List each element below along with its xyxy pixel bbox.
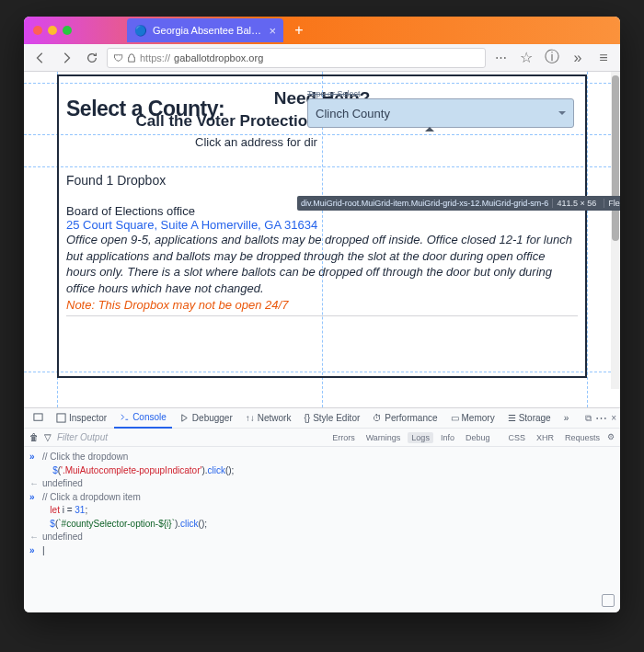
close-window-button[interactable] [33, 26, 42, 35]
tab-console[interactable]: Console [114, 408, 172, 429]
console-filters: Errors Warnings Logs Info Debug CSS XHR … [328, 432, 615, 443]
filter-css[interactable]: CSS [504, 432, 529, 443]
console-output[interactable]: »// Click the dropdown $('.MuiAutocomple… [24, 447, 620, 561]
menu-icon[interactable]: ≡ [592, 47, 615, 69]
tooltip-flex: Flex Item [604, 199, 620, 208]
svg-rect-1 [57, 414, 65, 422]
devtools-panel: Inspector Console Debugger ↑↓ Network {}… [24, 407, 620, 612]
county-selector[interactable]: Type or Select Clinch County [307, 89, 574, 128]
filter-logs[interactable]: Logs [408, 432, 433, 443]
minimize-window-button[interactable] [48, 26, 57, 35]
maximize-window-button[interactable] [63, 26, 72, 35]
tooltip-selector: div.MuiGrid-root.MuiGrid-item.MuiGrid-gr… [301, 199, 548, 208]
devtools-picker-icon[interactable] [28, 408, 49, 429]
browser-window: 🔵 Georgia Absentee Ballot Dropb × + 🛡 ht… [24, 17, 620, 612]
trash-icon[interactable]: 🗑 [29, 432, 39, 442]
scrollbar-thumb[interactable] [612, 75, 619, 241]
url-bar[interactable]: 🛡 https://gaballotdropbox.org [107, 48, 486, 68]
browser-tab[interactable]: 🔵 Georgia Absentee Ballot Dropb × [127, 18, 283, 42]
chevron-down-icon [558, 111, 566, 119]
tab-network[interactable]: ↑↓ Network [240, 408, 297, 429]
tab-storage[interactable]: ☰ Storage [502, 408, 557, 429]
tab-debugger[interactable]: Debugger [174, 408, 238, 429]
url-host: gaballotdropbox.org [174, 52, 263, 63]
page-heading: Select a County: [66, 97, 307, 121]
filter-debug[interactable]: Debug [462, 432, 494, 443]
page-actions-icon[interactable]: ⋯ [489, 47, 512, 69]
devtools-close-icon[interactable]: × [611, 413, 616, 423]
filter-icon: ▽ [44, 432, 52, 442]
info-icon[interactable]: ⓘ [541, 47, 563, 69]
inspector-tooltip: div.MuiGrid-root.MuiGrid-item.MuiGrid-gr… [297, 196, 620, 211]
tab-inspector[interactable]: Inspector [51, 408, 112, 429]
filter-xhr[interactable]: XHR [533, 432, 558, 443]
filter-input[interactable]: Filter Output [57, 432, 131, 442]
subtext: Click an address for dir [59, 133, 585, 149]
filter-requests[interactable]: Requests [561, 432, 604, 443]
divider [66, 315, 578, 316]
location-note: Note: This Dropbox may not be open 24/7 [66, 298, 578, 312]
address-bar: 🛡 https://gaballotdropbox.org ⋯ ☆ ⓘ » ≡ [24, 44, 620, 72]
close-tab-icon[interactable]: × [269, 24, 276, 38]
filter-warnings[interactable]: Warnings [362, 432, 405, 443]
filter-errors[interactable]: Errors [328, 432, 359, 443]
console-toolbar: 🗑 ▽ Filter Output Errors Warnings Logs I… [24, 429, 620, 447]
location-address[interactable]: 25 Court Square, Suite A Homerville, GA … [66, 218, 578, 232]
tab-favicon: 🔵 [134, 25, 147, 37]
forward-button[interactable] [55, 47, 77, 69]
devtools-more-icon[interactable]: ⋯ [595, 411, 607, 425]
overflow-icon[interactable]: » [567, 47, 589, 69]
split-console-icon[interactable] [602, 594, 615, 607]
new-tab-button[interactable]: + [289, 20, 309, 40]
tooltip-dimensions: 411.5 × 56 [552, 199, 600, 208]
tab-bar: 🔵 Georgia Absentee Ballot Dropb × + [24, 17, 620, 44]
settings-gear-icon[interactable]: ⚙ [607, 432, 615, 443]
back-button[interactable] [29, 47, 52, 69]
devtools-tabs: Inspector Console Debugger ↑↓ Network {}… [24, 408, 620, 429]
scrollbar-track[interactable] [611, 72, 620, 389]
svg-rect-0 [34, 414, 42, 420]
devtools-dock-icon[interactable]: ⧉ [585, 413, 592, 424]
reload-button[interactable] [81, 47, 103, 69]
lock-icon [127, 53, 136, 63]
tooltip-arrow-icon [425, 122, 434, 132]
filter-info[interactable]: Info [437, 432, 458, 443]
shield-icon: 🛡 [113, 52, 123, 63]
tabs-overflow-icon[interactable]: » [558, 408, 575, 429]
bookmark-icon[interactable]: ☆ [515, 47, 537, 69]
tab-style-editor[interactable]: {} Style Editor [298, 408, 365, 429]
location-details: Office open 9-5, applications and ballot… [66, 232, 578, 296]
tab-memory[interactable]: ▭ Memory [445, 408, 500, 429]
tab-performance[interactable]: ⏱ Performance [367, 408, 443, 429]
page-viewport: Select a County: Type or Select Clinch C… [24, 72, 620, 407]
selected-county: Clinch County [316, 107, 390, 120]
results-count: Found 1 Dropbox [59, 149, 585, 188]
tab-title: Georgia Absentee Ballot Dropb [153, 25, 263, 36]
inspected-element-box: Select a County: Type or Select Clinch C… [57, 74, 587, 378]
window-controls [33, 26, 72, 35]
url-scheme: https:// [140, 52, 170, 63]
dropdown-label: Type or Select [307, 89, 574, 98]
